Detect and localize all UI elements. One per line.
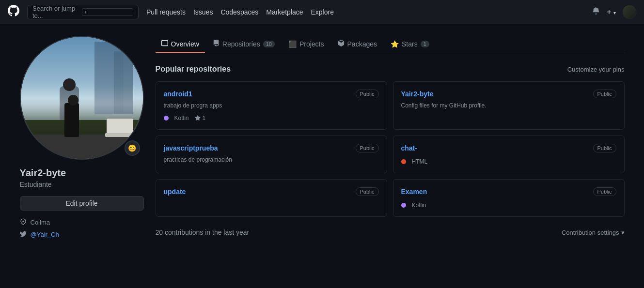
repo-name[interactable]: update bbox=[164, 188, 186, 196]
tab-overview[interactable]: Overview bbox=[156, 36, 205, 53]
repo-card-update: update Public bbox=[156, 179, 387, 217]
repo-header: android1 Public bbox=[164, 90, 379, 98]
visibility-badge: Public bbox=[356, 187, 379, 196]
language-label: Kotlin bbox=[174, 115, 189, 121]
repo-description: practicas de programación bbox=[164, 156, 379, 163]
profile-bio: Estudiante bbox=[20, 181, 144, 188]
repo-card-javascriptprueba: javascriptprueba Public practicas de pro… bbox=[156, 136, 387, 173]
stars-tab-icon: ⭐ bbox=[391, 40, 399, 48]
nav-right: + ▾ bbox=[592, 5, 636, 19]
repo-name[interactable]: javascriptprueba bbox=[164, 144, 218, 152]
twitter-meta: @Yair_Ch bbox=[20, 230, 144, 239]
repositories-count-badge: 10 bbox=[263, 41, 275, 47]
language-label: Kotlin bbox=[412, 202, 426, 209]
nav-explore[interactable]: Explore bbox=[311, 8, 334, 16]
nav-links: Pull requests Issues Codespaces Marketpl… bbox=[146, 8, 584, 16]
repo-name[interactable]: Yair2-byte bbox=[401, 90, 434, 98]
contribution-settings-label: Contribution settings bbox=[562, 229, 619, 236]
stars-count-badge: 1 bbox=[421, 41, 429, 47]
tab-stars[interactable]: ⭐ Stars 1 bbox=[385, 36, 435, 53]
contributions-summary: 20 contributions in the last year bbox=[156, 228, 250, 236]
profile-username: Yair2-byte bbox=[20, 167, 144, 179]
repo-description: trabajo de progra apps bbox=[164, 102, 379, 109]
visibility-badge: Public bbox=[356, 144, 379, 152]
visibility-badge: Public bbox=[593, 144, 616, 152]
repositories-tab-icon bbox=[213, 40, 220, 48]
emoji-status-badge[interactable]: 😊 bbox=[125, 140, 140, 156]
projects-tab-icon: ⬛ bbox=[288, 40, 297, 48]
search-slash-key: / bbox=[82, 8, 133, 16]
search-box[interactable]: Search or jump to... / bbox=[27, 5, 139, 19]
tab-packages-label: Packages bbox=[347, 40, 377, 48]
twitter-icon bbox=[20, 230, 27, 239]
repo-header: Yair2-byte Public bbox=[401, 90, 616, 98]
tab-packages[interactable]: Packages bbox=[332, 36, 383, 53]
navbar: Search or jump to... / Pull requests Iss… bbox=[0, 0, 644, 24]
star-count: 1 bbox=[195, 115, 206, 121]
location-value: Colima bbox=[31, 219, 50, 226]
edit-profile-button[interactable]: Edit profile bbox=[20, 196, 144, 211]
contribution-settings-button[interactable]: Contribution settings ▾ bbox=[562, 229, 625, 236]
visibility-badge: Public bbox=[356, 90, 379, 98]
repo-header: javascriptprueba Public bbox=[164, 144, 379, 152]
language-dot bbox=[164, 116, 169, 121]
repo-description: Config files for my GitHub profile. bbox=[401, 102, 616, 109]
star-number: 1 bbox=[203, 115, 206, 121]
contributions-header: 20 contributions in the last year Contri… bbox=[156, 228, 625, 236]
plus-menu[interactable]: + ▾ bbox=[607, 8, 616, 16]
repos-grid: android1 Public trabajo de progra apps K… bbox=[156, 81, 625, 217]
avatar bbox=[20, 36, 144, 160]
repo-name[interactable]: chat- bbox=[401, 144, 417, 152]
notification-bell-icon[interactable] bbox=[592, 7, 600, 17]
profile-meta: Colima @Yair_Ch bbox=[20, 218, 144, 239]
tab-repositories-label: Repositories bbox=[222, 40, 260, 48]
repo-name[interactable]: Examen bbox=[401, 188, 427, 196]
language-label: HTML bbox=[412, 158, 428, 165]
location-icon bbox=[20, 218, 27, 227]
repo-name[interactable]: android1 bbox=[164, 90, 192, 98]
visibility-badge: Public bbox=[593, 90, 616, 98]
repo-card-chat: chat- Public HTML bbox=[393, 136, 625, 173]
repo-header: update Public bbox=[164, 187, 379, 196]
visibility-badge: Public bbox=[593, 187, 616, 196]
avatar-photo bbox=[21, 37, 143, 159]
main-layout: 😊 Yair2-byte Estudiante Edit profile Col… bbox=[12, 24, 632, 239]
repo-card-android1: android1 Public trabajo de progra apps K… bbox=[156, 81, 387, 130]
tab-projects[interactable]: ⬛ Projects bbox=[283, 36, 330, 53]
tab-projects-label: Projects bbox=[299, 40, 324, 48]
language-dot bbox=[401, 203, 406, 208]
tab-repositories[interactable]: Repositories 10 bbox=[207, 36, 281, 53]
repo-card-examen: Examen Public Kotlin bbox=[393, 179, 625, 217]
github-logo[interactable] bbox=[8, 5, 19, 19]
location-meta: Colima bbox=[20, 218, 144, 227]
repo-meta: HTML bbox=[401, 158, 616, 165]
repo-meta: Kotlin 1 bbox=[164, 115, 379, 121]
nav-marketplace[interactable]: Marketplace bbox=[266, 8, 303, 16]
user-avatar-menu[interactable] bbox=[623, 5, 636, 19]
packages-tab-icon bbox=[338, 40, 345, 48]
nav-issues[interactable]: Issues bbox=[193, 8, 213, 16]
repo-header: Examen Public bbox=[401, 187, 616, 196]
profile-tabs: Overview Repositories 10 ⬛ Projects bbox=[156, 36, 625, 53]
popular-repos-title: Popular repositories bbox=[156, 65, 231, 74]
repo-header: chat- Public bbox=[401, 144, 616, 152]
overview-tab-icon bbox=[161, 40, 168, 48]
repo-meta: Kotlin bbox=[401, 202, 616, 209]
contribution-settings-chevron: ▾ bbox=[621, 229, 625, 236]
sidebar: 😊 Yair2-byte Estudiante Edit profile Col… bbox=[20, 36, 144, 239]
language-dot bbox=[401, 159, 406, 164]
repo-card-yair2-byte: Yair2-byte Public Config files for my Gi… bbox=[393, 81, 625, 130]
nav-pull-requests[interactable]: Pull requests bbox=[146, 8, 186, 16]
main-content: Overview Repositories 10 ⬛ Projects bbox=[156, 36, 625, 239]
twitter-handle[interactable]: @Yair_Ch bbox=[31, 231, 59, 238]
popular-repos-header: Popular repositories Customize your pins bbox=[156, 65, 625, 74]
tab-overview-label: Overview bbox=[171, 40, 199, 48]
tab-stars-label: Stars bbox=[402, 40, 418, 48]
avatar-container: 😊 bbox=[20, 36, 144, 160]
nav-codespaces[interactable]: Codespaces bbox=[220, 8, 258, 16]
search-placeholder: Search or jump to... bbox=[32, 5, 78, 19]
customize-pins-link[interactable]: Customize your pins bbox=[567, 66, 625, 73]
